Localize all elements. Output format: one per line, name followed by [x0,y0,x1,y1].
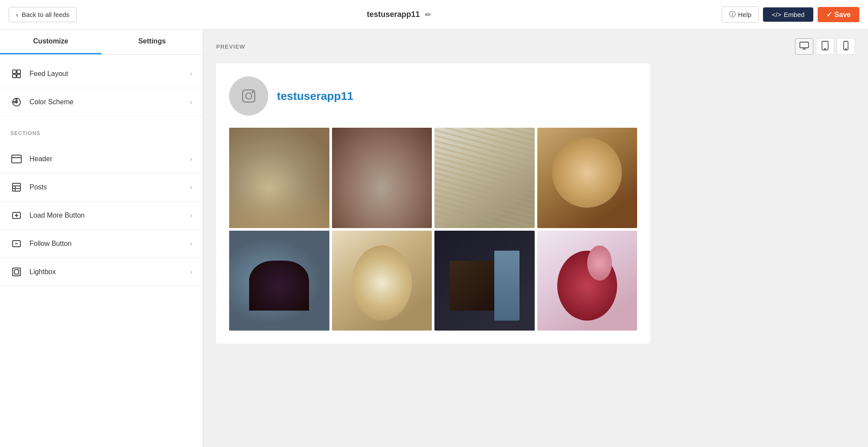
load-more-icon [10,209,23,222]
save-label: Save [835,11,851,19]
feed-layout-icon [10,68,23,80]
svg-point-28 [252,91,254,93]
svg-rect-3 [17,74,20,78]
follow-button-label: Follow Button [30,240,72,248]
svg-rect-0 [13,70,16,73]
image-cell[interactable] [332,231,432,331]
feed-title: testuserapp11 [367,10,420,19]
svg-rect-17 [13,268,20,276]
sidebar: Customize Settings Fe [0,30,203,447]
tablet-icon [822,41,829,53]
pencil-icon: ✏ [425,10,431,19]
svg-rect-18 [14,270,19,274]
mobile-icon [843,41,848,53]
color-scheme-label: Color Scheme [30,98,73,106]
svg-point-25 [845,48,846,49]
svg-rect-6 [12,155,21,163]
posts-label: Posts [30,183,47,191]
checkmark-icon: ✓ [826,10,832,19]
sidebar-main-section: Feed Layout › Color Scheme [0,55,203,122]
header-chevron: › [190,155,192,163]
sidebar-item-load-more-button[interactable]: Load More Button › [0,202,203,230]
code-icon: </> [772,11,781,18]
sections-label: SECTIONS [0,122,203,140]
image-cell[interactable] [537,231,638,331]
help-label: Help [738,11,752,18]
topbar: ‹ Back to all feeds testuserapp11 ✏ ⓘ He… [0,0,868,30]
sidebar-sections-section: Header › Posts › [0,140,203,291]
follow-button-icon [10,238,23,250]
image-cell[interactable] [229,128,329,228]
color-scheme-chevron: › [190,98,192,106]
feed-preview: testuserapp11 [216,63,650,344]
lightbox-chevron: › [190,268,192,276]
posts-icon [10,181,23,193]
image-grid [229,128,637,331]
lightbox-label: Lightbox [30,268,56,276]
sidebar-tabs: Customize Settings [0,30,203,55]
lightbox-icon [10,266,23,278]
load-more-chevron: › [190,212,192,219]
help-circle-icon: ⓘ [729,10,736,19]
header-label: Header [30,155,52,163]
svg-rect-19 [800,42,809,48]
posts-chevron: › [190,183,192,191]
header-icon [10,153,23,165]
desktop-icon [799,42,809,52]
feed-header: testuserapp11 [229,76,637,116]
back-button[interactable]: ‹ Back to all feeds [9,7,77,22]
topbar-right: ⓘ Help </> Embed ✓ Save [722,7,859,23]
help-button[interactable]: ⓘ Help [722,7,759,23]
svg-point-23 [825,48,825,49]
tab-customize[interactable]: Customize [0,30,102,54]
image-cell[interactable] [434,231,535,331]
desktop-view-button[interactable] [795,38,813,55]
svg-point-5 [16,101,17,103]
sidebar-item-header[interactable]: Header › [0,145,203,173]
embed-label: Embed [784,11,805,18]
sidebar-item-follow-button[interactable]: Follow Button › [0,230,203,258]
image-cell[interactable] [332,128,432,228]
tablet-view-button[interactable] [816,38,834,55]
tab-settings[interactable]: Settings [102,30,203,54]
preview-toolbar: PREVIEW [216,38,855,55]
feed-layout-label: Feed Layout [30,70,68,78]
device-buttons [795,38,855,55]
avatar [229,76,268,116]
preview-area: PREVIEW [203,30,868,447]
svg-point-27 [246,93,252,99]
back-button-label: Back to all feeds [22,11,69,18]
topbar-left: ‹ Back to all feeds [9,7,77,22]
sidebar-item-posts[interactable]: Posts › [0,173,203,202]
mobile-view-button[interactable] [837,38,855,55]
main-layout: Customize Settings Fe [0,30,868,447]
preview-label: PREVIEW [216,43,245,50]
svg-rect-8 [13,183,20,191]
edit-feed-name-button[interactable]: ✏ [425,10,431,20]
embed-button[interactable]: </> Embed [763,7,813,22]
load-more-label: Load More Button [30,212,85,219]
feed-username: testuserapp11 [277,89,353,103]
svg-rect-2 [13,74,16,78]
image-cell[interactable] [229,231,329,331]
save-button[interactable]: ✓ Save [818,7,859,22]
back-arrow-icon: ‹ [16,11,18,18]
topbar-center: testuserapp11 ✏ [367,10,431,20]
image-cell[interactable] [537,128,638,228]
sidebar-item-feed-layout[interactable]: Feed Layout › [0,60,203,88]
follow-button-chevron: › [190,240,192,248]
sidebar-item-lightbox[interactable]: Lightbox › [0,258,203,286]
svg-rect-1 [17,70,20,73]
image-cell[interactable] [434,128,535,228]
sidebar-item-color-scheme[interactable]: Color Scheme › [0,88,203,116]
color-scheme-icon [10,96,23,108]
feed-layout-chevron: › [190,70,192,78]
